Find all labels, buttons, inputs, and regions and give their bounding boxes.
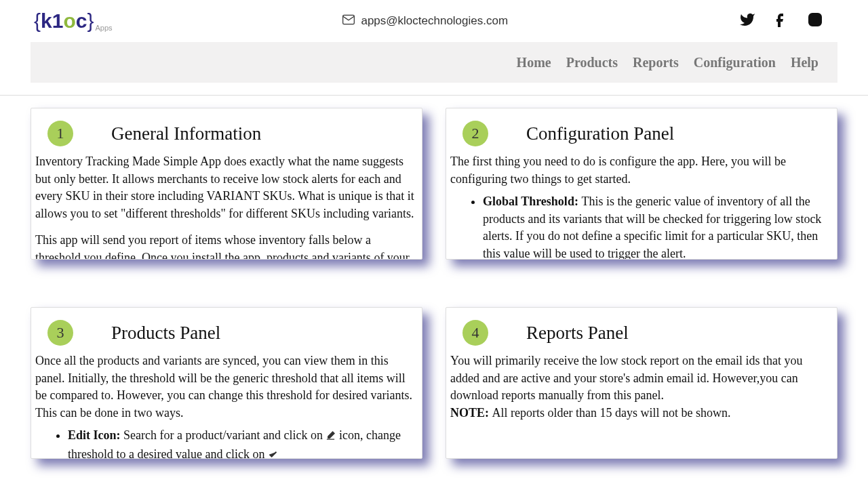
item-label: Global Threshold: (483, 195, 581, 208)
card-text: Once all the products and variants are s… (35, 352, 418, 422)
card-title: Configuration Panel (526, 123, 674, 144)
nav-help[interactable]: Help (791, 55, 818, 70)
card-text: You will primarily receive the low stock… (450, 352, 833, 405)
envelope-icon (342, 13, 355, 30)
card-reports-panel: 4 Reports Panel You will primarily recei… (446, 307, 837, 459)
facebook-icon[interactable] (773, 12, 789, 30)
card-title: Products Panel (111, 323, 220, 344)
card-title: Reports Panel (526, 323, 629, 344)
top-bar: {k1oc}Apps apps@kloctechnologies.com (0, 0, 868, 42)
card-configuration-panel: 2 Configuration Panel The first thing yo… (446, 108, 837, 260)
svg-point-3 (818, 16, 820, 17)
logo[interactable]: {k1oc}Apps (34, 9, 111, 33)
note-text: All reports older than 15 days will not … (492, 406, 731, 420)
nav-home[interactable]: Home (517, 55, 551, 70)
nav-configuration[interactable]: Configuration (694, 55, 776, 70)
card-note: NOTE: All reports older than 15 days wil… (450, 405, 833, 422)
note-label: NOTE: (450, 406, 492, 420)
item-text-a: Search for a product/variant and click o… (123, 428, 326, 442)
twitter-icon[interactable] (739, 12, 755, 30)
step-badge: 3 (47, 320, 73, 346)
card-general-info: 1 General Information Inventory Tracking… (31, 108, 422, 260)
list-item: Global Threshold: This is the generic va… (483, 193, 833, 260)
svg-point-2 (812, 17, 818, 22)
social-links (739, 12, 834, 30)
main-nav: Home Products Reports Configuration Help (31, 42, 837, 83)
card-title: General Information (111, 123, 261, 144)
card-text: Inventory Tracking Made Simple App does … (35, 153, 418, 222)
edit-icon (326, 428, 336, 446)
check-icon (268, 447, 278, 459)
card-text: The first thing you need to do is config… (450, 153, 833, 188)
card-text: This app will send you report of items w… (35, 232, 418, 260)
step-badge: 4 (462, 320, 488, 346)
svg-rect-0 (343, 15, 355, 24)
nav-reports[interactable]: Reports (633, 55, 679, 70)
email-text: apps@kloctechnologies.com (361, 14, 508, 28)
instagram-icon[interactable] (807, 12, 823, 30)
nav-products[interactable]: Products (566, 55, 618, 70)
item-label: Edit Icon: (68, 428, 123, 442)
list-item: Edit Icon: Search for a product/variant … (68, 427, 418, 459)
contact-email[interactable]: apps@kloctechnologies.com (342, 13, 508, 30)
step-badge: 2 (462, 121, 488, 146)
step-badge: 1 (47, 121, 73, 146)
card-products-panel: 3 Products Panel Once all the products a… (31, 307, 422, 459)
